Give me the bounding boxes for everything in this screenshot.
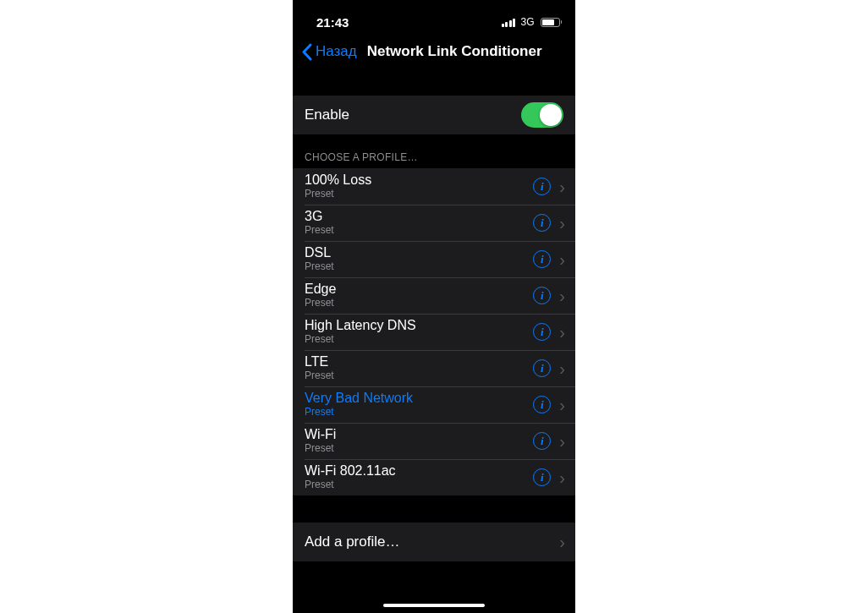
profile-text: Wi-FiPreset bbox=[305, 427, 533, 454]
info-icon[interactable]: i bbox=[533, 250, 551, 268]
profiles-list: 100% LossPreseti›3GPreseti›DSLPreseti›Ed… bbox=[293, 168, 575, 495]
chevron-right-icon: › bbox=[559, 360, 565, 377]
row-accessories: i› bbox=[533, 468, 565, 486]
row-accessories: i› bbox=[533, 250, 565, 268]
chevron-right-icon: › bbox=[559, 433, 565, 450]
profile-title: Wi-Fi 802.11ac bbox=[305, 463, 533, 479]
profile-row[interactable]: LTEPreseti› bbox=[293, 350, 575, 386]
profile-title: High Latency DNS bbox=[305, 318, 533, 333]
enable-row[interactable]: Enable bbox=[293, 96, 575, 134]
chevron-right-icon: › bbox=[559, 287, 565, 304]
profile-row[interactable]: EdgePreseti› bbox=[293, 277, 575, 314]
row-accessories: i› bbox=[533, 432, 565, 450]
profile-title: 100% Loss bbox=[305, 172, 533, 188]
phone-screen: 21:43 3G Назад Network Link Conditioner bbox=[293, 0, 575, 613]
section-header-profiles: Choose a profile… bbox=[293, 134, 575, 168]
row-accessories: i› bbox=[533, 287, 565, 304]
profile-row[interactable]: DSLPreseti› bbox=[293, 241, 575, 277]
profile-subtitle: Preset bbox=[305, 261, 533, 273]
profile-text: Very Bad NetworkPreset bbox=[305, 391, 533, 418]
enable-toggle[interactable] bbox=[521, 102, 563, 128]
profile-row[interactable]: Wi-FiPreseti› bbox=[293, 423, 575, 459]
profile-subtitle: Preset bbox=[305, 298, 533, 309]
info-icon[interactable]: i bbox=[533, 287, 551, 304]
info-icon[interactable]: i bbox=[533, 214, 551, 232]
spacer bbox=[293, 495, 575, 523]
profile-title: Wi-Fi bbox=[305, 427, 533, 442]
profile-subtitle: Preset bbox=[305, 334, 533, 346]
battery-icon bbox=[541, 18, 563, 27]
profile-subtitle: Preset bbox=[305, 189, 533, 200]
info-icon[interactable]: i bbox=[533, 359, 551, 377]
row-accessories: i› bbox=[533, 323, 565, 341]
chevron-right-icon: › bbox=[559, 324, 565, 341]
profile-subtitle: Preset bbox=[305, 479, 533, 491]
profile-subtitle: Preset bbox=[305, 443, 533, 455]
enable-label: Enable bbox=[305, 107, 349, 123]
profile-subtitle: Preset bbox=[305, 370, 533, 382]
profile-subtitle: Preset bbox=[305, 407, 533, 419]
chevron-right-icon: › bbox=[559, 534, 565, 550]
profile-text: DSLPreset bbox=[305, 245, 533, 272]
profile-title: Very Bad Network bbox=[305, 391, 533, 406]
info-icon[interactable]: i bbox=[533, 468, 551, 486]
chevron-right-icon: › bbox=[559, 251, 565, 268]
home-indicator[interactable] bbox=[383, 604, 485, 607]
chevron-right-icon: › bbox=[559, 178, 565, 195]
profile-text: EdgePreset bbox=[305, 282, 533, 309]
add-profile-row[interactable]: Add a profile… › bbox=[293, 523, 575, 561]
info-icon[interactable]: i bbox=[533, 323, 551, 341]
back-button[interactable]: Назад bbox=[316, 43, 357, 60]
status-time: 21:43 bbox=[316, 15, 349, 30]
row-accessories: i› bbox=[533, 396, 565, 413]
profile-row[interactable]: 3GPreseti› bbox=[293, 205, 575, 241]
row-accessories: i› bbox=[533, 214, 565, 232]
profile-text: 100% LossPreset bbox=[305, 172, 533, 200]
back-chevron-icon[interactable] bbox=[301, 43, 312, 61]
add-profile-label: Add a profile… bbox=[305, 534, 399, 550]
chevron-right-icon: › bbox=[559, 397, 565, 413]
profile-text: High Latency DNSPreset bbox=[305, 318, 533, 345]
row-accessories: i› bbox=[533, 178, 565, 195]
status-bar: 21:43 3G bbox=[293, 0, 575, 37]
navigation-bar: Назад Network Link Conditioner bbox=[293, 37, 575, 66]
profile-row[interactable]: High Latency DNSPreseti› bbox=[293, 314, 575, 350]
cell-signal-icon bbox=[502, 18, 516, 27]
profile-text: LTEPreset bbox=[305, 354, 533, 381]
profile-subtitle: Preset bbox=[305, 225, 533, 237]
network-type: 3G bbox=[520, 16, 534, 28]
info-icon[interactable]: i bbox=[533, 178, 551, 195]
page-title: Network Link Conditioner bbox=[367, 43, 542, 60]
profile-title: 3G bbox=[305, 209, 533, 224]
chevron-right-icon: › bbox=[559, 469, 565, 486]
chevron-right-icon: › bbox=[559, 215, 565, 232]
profile-row[interactable]: Wi-Fi 802.11acPreseti› bbox=[293, 459, 575, 495]
status-indicators: 3G bbox=[502, 16, 562, 28]
profile-row[interactable]: Very Bad NetworkPreseti› bbox=[293, 386, 575, 423]
profile-row[interactable]: 100% LossPreseti› bbox=[293, 168, 575, 205]
spacer bbox=[293, 68, 575, 96]
info-icon[interactable]: i bbox=[533, 432, 551, 450]
info-icon[interactable]: i bbox=[533, 396, 551, 413]
profile-text: 3GPreset bbox=[305, 209, 533, 236]
profile-title: LTE bbox=[305, 354, 533, 369]
profile-title: Edge bbox=[305, 282, 533, 297]
row-accessories: i› bbox=[533, 359, 565, 377]
profile-title: DSL bbox=[305, 245, 533, 260]
profile-text: Wi-Fi 802.11acPreset bbox=[305, 463, 533, 490]
